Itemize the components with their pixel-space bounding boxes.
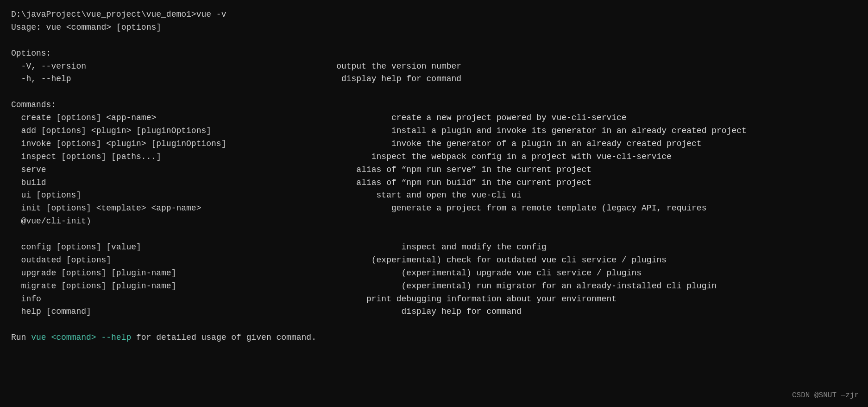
cmd-ui-spacer xyxy=(81,191,376,200)
cmd-invoke-desc: invoke the generator of a plugin in an a… xyxy=(391,139,702,148)
cmd-inspect-line: inspect [options] [paths...] inspect the… xyxy=(11,151,857,164)
cmd-init-line: init [options] <template> <app-name> gen… xyxy=(11,202,857,215)
opt-version-spacer xyxy=(86,62,336,71)
opt-help-flag: -h, --help xyxy=(11,74,71,83)
prompt-line: D:\javaProject\vue_project\vue_demo1>vue… xyxy=(11,8,857,21)
cmd-outdated-line: outdated [options] (experimental) check … xyxy=(11,254,857,267)
opt-help-desc: display help for command xyxy=(341,74,461,83)
cmd-config: config [options] [value] xyxy=(11,242,141,252)
opt-version-flag: -V, --version xyxy=(11,62,86,71)
cmd-config-line: config [options] [value] inspect and mod… xyxy=(11,241,857,254)
cmd-info: info xyxy=(11,294,41,304)
cmd-build-spacer xyxy=(46,178,357,187)
options-header: Options: xyxy=(11,47,857,60)
terminal: D:\javaProject\vue_project\vue_demo1>vue… xyxy=(11,8,857,344)
cmd-invoke-spacer xyxy=(226,139,391,148)
cmd-create-spacer xyxy=(156,113,391,122)
cmd-help-line: help [command] display help for command xyxy=(11,305,857,318)
cmd-add-line: add [options] <plugin> [pluginOptions] i… xyxy=(11,125,857,138)
cmd-migrate-spacer xyxy=(176,281,401,291)
cmd-outdated-spacer xyxy=(111,255,371,265)
watermark: CSDN @SNUT —zjr xyxy=(792,390,859,401)
cmd-serve: serve xyxy=(11,165,46,174)
cmd-create-line: create [options] <app-name> create a new… xyxy=(11,112,857,125)
blank4 xyxy=(11,318,857,331)
cmd-help-desc: display help for command xyxy=(402,307,522,316)
cmd-inspect-spacer xyxy=(161,152,371,161)
cmd-inspect-desc: inspect the webpack config in a project … xyxy=(371,152,672,161)
cmd-invoke: invoke [options] <plugin> [pluginOptions… xyxy=(11,139,226,148)
cmd-upgrade-spacer xyxy=(176,268,401,278)
cmd-init-desc: generate a project from a remote templat… xyxy=(391,204,707,213)
cmd-outdated: outdated [options] xyxy=(11,255,111,265)
cmd-info-spacer xyxy=(41,294,366,304)
cmd-init-line2: @vue/cli-init) xyxy=(11,215,857,228)
cmd-upgrade: upgrade [options] [plugin-name] xyxy=(11,268,176,278)
run-suffix: for detailed usage of given command. xyxy=(131,333,316,342)
run-cyan: vue <command> --help xyxy=(31,333,131,342)
cmd-build-desc: alias of “npm run build” in the current … xyxy=(356,178,591,187)
cmd-info-desc: print debugging information about your e… xyxy=(366,294,616,304)
opt-version-desc: output the version number xyxy=(336,62,461,71)
cmd-info-line: info print debugging information about y… xyxy=(11,293,857,306)
cmd-config-spacer xyxy=(141,242,402,252)
cmd-help: help [command] xyxy=(11,307,91,316)
cmd-upgrade-line: upgrade [options] [plugin-name] (experim… xyxy=(11,267,857,280)
opt-version-line: -V, --version output the version number xyxy=(11,60,857,73)
cmd-create: create [options] <app-name> xyxy=(11,113,156,122)
blank2 xyxy=(11,86,857,99)
cmd-invoke-line: invoke [options] <plugin> [pluginOptions… xyxy=(11,138,857,151)
cmd-build: build xyxy=(11,178,46,187)
opt-help-line: -h, --help display help for command xyxy=(11,73,857,86)
run-line: Run vue <command> --help for detailed us… xyxy=(11,331,857,344)
cmd-create-desc: create a new project powered by vue-cli-… xyxy=(391,113,627,122)
cmd-add-desc: install a plugin and invoke its generato… xyxy=(391,126,747,135)
cmd-config-desc: inspect and modify the config xyxy=(402,242,547,252)
blank1 xyxy=(11,34,857,47)
opt-help-spacer xyxy=(71,74,341,83)
blank3 xyxy=(11,228,857,241)
cmd-build-line: build alias of “npm run build” in the cu… xyxy=(11,177,857,190)
cmd-ui: ui [options] xyxy=(11,191,81,200)
usage-line: Usage: vue <command> [options] xyxy=(11,21,857,34)
cmd-outdated-desc: (experimental) check for outdated vue cl… xyxy=(371,255,667,265)
cmd-help-spacer xyxy=(91,307,402,316)
run-prefix: Run xyxy=(11,333,31,342)
cmd-init: init [options] <template> <app-name> xyxy=(11,204,201,213)
cmd-migrate-desc: (experimental) run migrator for an alrea… xyxy=(402,281,717,291)
cmd-serve-spacer xyxy=(46,165,357,174)
cmd-add: add [options] <plugin> [pluginOptions] xyxy=(11,126,211,135)
cmd-init-spacer xyxy=(201,204,391,213)
cmd-add-spacer xyxy=(211,126,391,135)
cmd-ui-desc: start and open the vue-cli ui xyxy=(377,191,522,200)
cmd-serve-line: serve alias of “npm run serve” in the cu… xyxy=(11,164,857,177)
cmd-migrate-line: migrate [options] [plugin-name] (experim… xyxy=(11,280,857,293)
commands-header: Commands: xyxy=(11,99,857,112)
cmd-migrate: migrate [options] [plugin-name] xyxy=(11,281,176,291)
cmd-serve-desc: alias of “npm run serve” in the current … xyxy=(356,165,591,174)
cmd-inspect: inspect [options] [paths...] xyxy=(11,152,161,161)
cmd-upgrade-desc: (experimental) upgrade vue cli service /… xyxy=(402,268,642,278)
cmd-ui-line: ui [options] start and open the vue-cli … xyxy=(11,189,857,202)
